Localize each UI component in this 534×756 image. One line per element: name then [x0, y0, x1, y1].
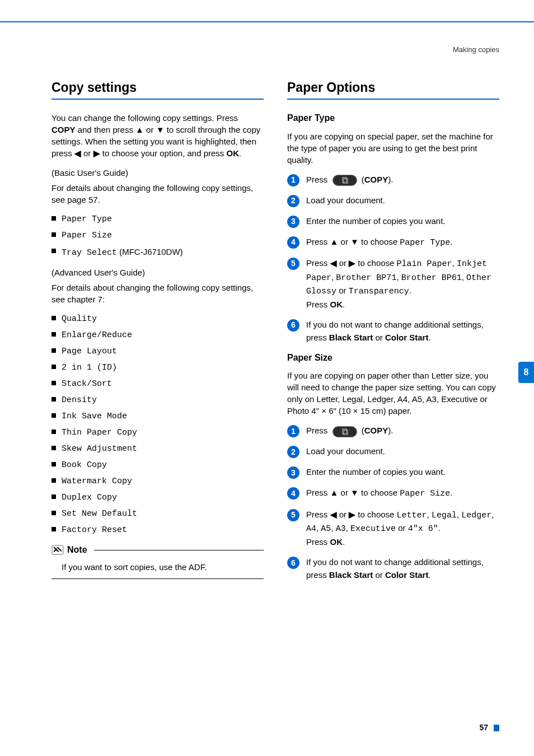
list-item: Paper Type [51, 213, 264, 225]
step-number-icon: 6 [287, 557, 299, 569]
adv-guide-detail: For details about changing the following… [51, 282, 264, 305]
list-item: 2 in 1 (ID) [51, 362, 264, 374]
list-item: Thin Paper Copy [51, 427, 264, 438]
left-column: Copy settings You can change the followi… [51, 78, 264, 589]
step: 1 Press (COPY). [287, 424, 499, 437]
paper-type-intro: If you are copying on special paper, set… [287, 130, 499, 166]
section-header: Making copies [453, 45, 499, 55]
list-item: Page Layout [51, 346, 264, 357]
step-number-icon: 4 [287, 236, 299, 249]
step-number-icon: 3 [287, 466, 299, 479]
step-number-icon: 4 [287, 487, 299, 500]
list-item: Quality [51, 313, 264, 325]
copy-button-icon [332, 426, 357, 437]
note-title: Note [67, 544, 87, 556]
chapter-tab: 8 [518, 362, 534, 383]
step: 1 Press (COPY). [287, 174, 499, 186]
step-number-icon: 1 [287, 174, 299, 186]
step: 3 Enter the number of copies you want. [287, 215, 499, 228]
note-body: If you want to sort copies, use the ADF. [51, 558, 264, 579]
list-item: Skew Adjustment [51, 443, 264, 455]
advanced-settings-list: Quality Enlarge/Reduce Page Layout 2 in … [51, 313, 264, 536]
step: 6 If you do not want to change additiona… [287, 556, 499, 581]
paper-size-intro: If you are copying on paper other than L… [287, 370, 499, 417]
step-number-icon: 5 [287, 509, 299, 521]
step-number-icon: 6 [287, 319, 299, 332]
paper-size-steps: 1 Press (COPY). 2 Load your document. 3 … [287, 424, 499, 581]
list-item: Book Copy [51, 459, 264, 471]
step-number-icon: 2 [287, 195, 299, 207]
page-number: 57 [479, 722, 488, 734]
basic-guide-detail: For details about changing the following… [51, 182, 264, 206]
right-column: Paper Options Paper Type If you are copy… [287, 78, 499, 589]
step: 2 Load your document. [287, 194, 499, 207]
content: Copy settings You can change the followi… [51, 78, 499, 589]
step: 2 Load your document. [287, 445, 499, 458]
paper-type-heading: Paper Type [287, 112, 499, 124]
copy-button-icon [332, 175, 357, 186]
svg-rect-1 [343, 178, 346, 183]
note-rule [94, 550, 264, 550]
basic-guide-label: (Basic User's Guide) [51, 167, 264, 179]
step: 3 Enter the number of copies you want. [287, 466, 499, 479]
step-number-icon: 5 [287, 258, 299, 270]
svg-rect-4 [344, 430, 348, 435]
list-item: Enlarge/Reduce [51, 329, 264, 341]
note-icon [51, 545, 64, 555]
list-item: Density [51, 394, 264, 406]
footer-accent [494, 725, 499, 731]
step: 4 Press ▲ or ▼ to choose Paper Type. [287, 236, 499, 250]
list-item: Factory Reset [51, 524, 264, 536]
list-item: Duplex Copy [51, 492, 264, 503]
intro-paragraph: You can change the following copy settin… [51, 112, 264, 159]
svg-rect-2 [344, 179, 348, 184]
list-item: Stack/Sort [51, 378, 264, 390]
list-item: Set New Default [51, 508, 264, 520]
step: 4 Press ▲ or ▼ to choose Paper Size. [287, 487, 499, 501]
step: 5 Press ◀ or ▶ to choose Plain Paper, In… [287, 257, 499, 311]
step: 6 If you do not want to change additiona… [287, 319, 499, 344]
step-number-icon: 1 [287, 425, 299, 437]
right-title: Paper Options [287, 78, 499, 96]
list-item: Paper Size [51, 230, 264, 241]
adv-guide-label: (Advanced User's Guide) [51, 267, 264, 278]
svg-rect-3 [343, 429, 346, 434]
paper-type-steps: 1 Press (COPY). 2 Load your document. 3 … [287, 174, 499, 344]
step-number-icon: 2 [287, 446, 299, 458]
step: 5 Press ◀ or ▶ to choose Letter, Legal, … [287, 508, 499, 549]
list-item: Watermark Copy [51, 475, 264, 487]
svg-rect-0 [52, 545, 63, 554]
paper-size-heading: Paper Size [287, 352, 499, 364]
footer: 57 [479, 722, 499, 734]
step-number-icon: 3 [287, 216, 299, 228]
top-rule [0, 21, 534, 22]
list-item: Tray Select (MFC-J6710DW) [51, 246, 264, 259]
left-title: Copy settings [51, 78, 264, 96]
list-item: Ink Save Mode [51, 410, 264, 422]
title-rule [287, 99, 499, 100]
title-rule [51, 99, 264, 100]
note-header: Note [51, 544, 264, 556]
basic-settings-list: Paper Type Paper Size Tray Select (MFC-J… [51, 213, 264, 259]
